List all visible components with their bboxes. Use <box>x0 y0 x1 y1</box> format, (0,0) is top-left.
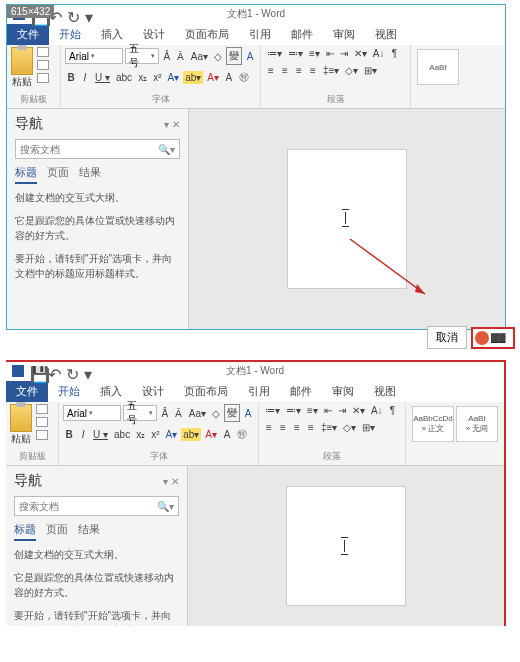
qat-dropdown-icon[interactable]: ▾ <box>85 8 97 20</box>
shrink-font-icon[interactable]: Ǎ <box>175 50 187 63</box>
line-spacing-icon[interactable]: ‡≡▾ <box>319 421 339 434</box>
character-border-icon[interactable]: A <box>242 407 254 420</box>
document-area[interactable] <box>188 466 504 626</box>
highlight-icon[interactable]: ab▾ <box>183 71 203 84</box>
underline-button[interactable]: U ▾ <box>91 428 110 441</box>
shading-icon[interactable]: ◇▾ <box>343 64 360 77</box>
nav-tab-headings[interactable]: 标题 <box>14 522 36 541</box>
subscript-button[interactable]: x₂ <box>136 71 149 84</box>
font-color-icon[interactable]: A▾ <box>205 71 221 84</box>
strikethrough-button[interactable]: abc <box>114 71 134 84</box>
shading-icon[interactable]: ◇▾ <box>341 421 358 434</box>
bold-button[interactable]: B <box>65 71 77 84</box>
sort-icon[interactable]: A↓ <box>371 47 387 60</box>
superscript-button[interactable]: x² <box>151 71 163 84</box>
font-size-select[interactable]: 五号▾ <box>125 48 159 64</box>
italic-button[interactable]: I <box>77 428 89 441</box>
align-right-icon[interactable]: ≡ <box>293 64 305 77</box>
tab-layout[interactable]: 页面布局 <box>175 24 239 45</box>
change-case-icon[interactable]: Aa▾ <box>189 50 210 63</box>
highlight-icon[interactable]: ab▾ <box>181 428 201 441</box>
nav-search-input[interactable] <box>19 501 139 512</box>
text-effects-icon[interactable]: A▾ <box>164 428 180 441</box>
justify-icon[interactable]: ≡ <box>305 421 317 434</box>
grow-font-icon[interactable]: Â <box>161 50 173 63</box>
redo-icon[interactable]: ↻ <box>66 365 78 377</box>
tab-mailings[interactable]: 邮件 <box>281 24 323 45</box>
justify-icon[interactable]: ≡ <box>307 64 319 77</box>
tab-insert[interactable]: 插入 <box>91 24 133 45</box>
highlighted-button[interactable]: ▓▓ <box>471 327 515 349</box>
character-shading-icon[interactable]: A <box>223 71 235 84</box>
format-painter-icon[interactable] <box>36 430 48 440</box>
align-left-icon[interactable]: ≡ <box>263 421 275 434</box>
copy-icon[interactable] <box>37 60 49 70</box>
borders-icon[interactable]: ⊞▾ <box>360 421 377 434</box>
nav-search-input[interactable] <box>20 144 140 155</box>
numbering-icon[interactable]: ≕▾ <box>286 47 305 60</box>
sort-icon[interactable]: A↓ <box>369 404 385 417</box>
strikethrough-button[interactable]: abc <box>112 428 132 441</box>
borders-icon[interactable]: ⊞▾ <box>362 64 379 77</box>
tab-references[interactable]: 引用 <box>239 24 281 45</box>
cut-icon[interactable] <box>37 47 49 57</box>
clear-format-icon[interactable]: ◇ <box>210 407 222 420</box>
align-left-icon[interactable]: ≡ <box>265 64 277 77</box>
qat-dropdown-icon[interactable]: ▾ <box>84 365 96 377</box>
bold-button[interactable]: B <box>63 428 75 441</box>
tab-insert[interactable]: 插入 <box>90 381 132 402</box>
document-area[interactable]: 取消 ▓▓ <box>189 109 505 329</box>
style-nospace[interactable]: AaBt » 无间 <box>456 406 498 442</box>
style-normal[interactable]: AaBbCcDd » 正文 <box>412 406 454 442</box>
undo-icon[interactable]: ↶ <box>48 365 60 377</box>
decrease-indent-icon[interactable]: ⇤ <box>322 404 334 417</box>
align-right-icon[interactable]: ≡ <box>291 421 303 434</box>
search-icon[interactable]: 🔍▾ <box>158 144 175 155</box>
increase-indent-icon[interactable]: ⇥ <box>336 404 348 417</box>
decrease-indent-icon[interactable]: ⇤ <box>324 47 336 60</box>
tab-mailings[interactable]: 邮件 <box>280 381 322 402</box>
phonetic-guide-icon[interactable]: 變 <box>224 404 240 422</box>
numbering-icon[interactable]: ≕▾ <box>284 404 303 417</box>
enclose-char-icon[interactable]: ㊕ <box>235 426 249 442</box>
line-spacing-icon[interactable]: ‡≡▾ <box>321 64 341 77</box>
format-painter-icon[interactable] <box>37 73 49 83</box>
grow-font-icon[interactable]: Â <box>159 407 171 420</box>
subscript-button[interactable]: x₂ <box>134 428 147 441</box>
font-name-select[interactable]: Arial▾ <box>65 48 123 64</box>
phonetic-guide-icon[interactable]: 變 <box>226 47 242 65</box>
font-size-select[interactable]: 五号▾ <box>123 405 157 421</box>
show-marks-icon[interactable]: ¶ <box>387 404 399 417</box>
tab-review[interactable]: 审阅 <box>322 381 364 402</box>
search-icon[interactable]: 🔍▾ <box>157 501 174 512</box>
tab-review[interactable]: 审阅 <box>323 24 365 45</box>
copy-icon[interactable] <box>36 417 48 427</box>
bullets-icon[interactable]: ≔▾ <box>263 404 282 417</box>
redo-icon[interactable]: ↻ <box>67 8 79 20</box>
nav-dropdown-icon[interactable]: ▾ ✕ <box>163 476 179 487</box>
shrink-font-icon[interactable]: Ǎ <box>173 407 185 420</box>
clear-format-icon[interactable]: ◇ <box>212 50 224 63</box>
nav-search[interactable]: 🔍▾ <box>14 496 179 516</box>
nav-search[interactable]: 🔍▾ <box>15 139 180 159</box>
bullets-icon[interactable]: ≔▾ <box>265 47 284 60</box>
tab-home[interactable]: 开始 <box>48 381 90 402</box>
cancel-button[interactable]: 取消 <box>427 326 467 349</box>
tab-home[interactable]: 开始 <box>49 24 91 45</box>
document-page[interactable] <box>286 486 406 606</box>
multilevel-icon[interactable]: ≡▾ <box>307 47 322 60</box>
tab-file[interactable]: 文件 <box>6 381 48 402</box>
paste-button[interactable]: 粘贴 <box>11 47 33 89</box>
text-direction-icon[interactable]: ✕▾ <box>352 47 369 60</box>
nav-tab-pages[interactable]: 页面 <box>46 522 68 541</box>
cut-icon[interactable] <box>36 404 48 414</box>
change-case-icon[interactable]: Aa▾ <box>187 407 208 420</box>
tab-references[interactable]: 引用 <box>238 381 280 402</box>
text-direction-icon[interactable]: ✕▾ <box>350 404 367 417</box>
nav-tab-results[interactable]: 结果 <box>79 165 101 184</box>
tab-view[interactable]: 视图 <box>365 24 407 45</box>
enclose-char-icon[interactable]: ㊕ <box>237 69 251 85</box>
document-page[interactable] <box>287 149 407 289</box>
superscript-button[interactable]: x² <box>149 428 161 441</box>
save-icon[interactable]: 💾 <box>30 365 42 377</box>
